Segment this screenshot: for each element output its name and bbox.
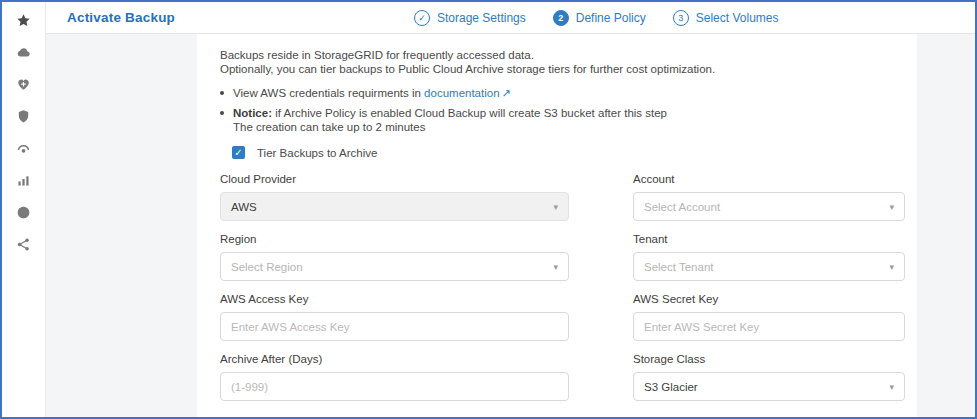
page-title: Activate Backup	[67, 10, 175, 25]
cloud-provider-label: Cloud Provider	[220, 173, 569, 185]
cloud-provider-field: Cloud Provider AWS ▾	[220, 173, 569, 221]
chevron-down-icon: ▾	[889, 382, 894, 392]
step-label: Define Policy	[576, 11, 646, 25]
chevron-down-icon: ▾	[553, 262, 558, 272]
region-placeholder: Select Region	[231, 261, 303, 273]
step-define-policy[interactable]: 2 Define Policy	[553, 10, 646, 26]
step-number-badge: 2	[553, 10, 569, 26]
sidebar-nav	[2, 2, 46, 417]
credentials-text: View AWS credentials requirments in	[233, 87, 424, 99]
bar-chart-icon[interactable]	[15, 172, 32, 189]
globe-icon[interactable]	[15, 204, 32, 221]
star-icon[interactable]	[15, 12, 32, 29]
region-select[interactable]: Select Region ▾	[220, 252, 569, 281]
chevron-down-icon: ▾	[553, 202, 558, 212]
step-label: Storage Settings	[437, 11, 526, 25]
cloud-icon[interactable]	[15, 44, 32, 61]
archive-after-label: Archive After (Days)	[220, 353, 569, 365]
app-window: Activate Backup ✓ Storage Settings 2 Def…	[0, 0, 977, 419]
aws-access-key-label: AWS Access Key	[220, 293, 569, 305]
tier-backups-checkbox-row[interactable]: ✓ Tier Backups to Archive	[232, 146, 917, 159]
cloud-provider-value: AWS	[231, 201, 257, 213]
region-field: Region Select Region ▾	[220, 233, 569, 281]
policy-card: Backups reside in StorageGRID for freque…	[197, 34, 917, 417]
aws-secret-key-label: AWS Secret Key	[633, 293, 905, 305]
intro-text: Backups reside in StorageGRID for freque…	[220, 48, 917, 76]
aws-secret-key-input[interactable]	[633, 312, 905, 341]
chevron-down-icon: ▾	[889, 262, 894, 272]
storage-class-label: Storage Class	[633, 353, 905, 365]
notice-text: if Archive Policy is enabled Cloud Backu…	[272, 107, 667, 119]
external-link-icon: ↗	[502, 87, 511, 99]
intro-line-2: Optionally, you can tier backups to Publ…	[220, 63, 715, 75]
archive-after-input[interactable]	[220, 372, 569, 401]
aws-access-key-input[interactable]	[220, 312, 569, 341]
storage-class-select[interactable]: S3 Glacier ▾	[633, 372, 905, 401]
documentation-link[interactable]: documentation	[424, 87, 499, 99]
share-icon[interactable]	[15, 236, 32, 253]
account-select[interactable]: Select Account ▾	[633, 192, 905, 221]
storage-class-field: Storage Class S3 Glacier ▾	[633, 353, 905, 401]
notice-label: Notice:	[233, 107, 272, 119]
heart-plus-icon[interactable]	[15, 76, 32, 93]
step-label: Select Volumes	[696, 11, 779, 25]
account-field: Account Select Account ▾	[633, 173, 905, 221]
tenant-label: Tenant	[633, 233, 905, 245]
credentials-bullet: View AWS credentials requirments in docu…	[220, 86, 917, 100]
content-area: Backups reside in StorageGRID for freque…	[46, 34, 975, 417]
tier-backups-checkbox-label: Tier Backups to Archive	[257, 147, 377, 159]
account-label: Account	[633, 173, 905, 185]
archive-after-field: Archive After (Days)	[220, 353, 569, 401]
wizard-stepper: ✓ Storage Settings 2 Define Policy 3 Sel…	[414, 2, 778, 33]
step-check-icon: ✓	[414, 10, 430, 26]
intro-line-1: Backups reside in StorageGRID for freque…	[220, 49, 534, 61]
chevron-down-icon: ▾	[889, 202, 894, 212]
shield-icon[interactable]	[15, 108, 32, 125]
step-select-volumes[interactable]: 3 Select Volumes	[673, 10, 779, 26]
notice-subtext: The creation can take up to 2 minutes	[233, 121, 425, 133]
step-number-badge: 3	[673, 10, 689, 26]
cloud-provider-select[interactable]: AWS ▾	[220, 192, 569, 221]
checked-checkbox-icon[interactable]: ✓	[232, 146, 245, 159]
account-placeholder: Select Account	[644, 201, 720, 213]
header-bar: Activate Backup ✓ Storage Settings 2 Def…	[46, 2, 975, 34]
aws-access-key-field: AWS Access Key	[220, 293, 569, 341]
tenant-field: Tenant Select Tenant ▾	[633, 233, 905, 281]
notice-bullet: Notice: if Archive Policy is enabled Clo…	[220, 106, 917, 134]
backup-dome-icon[interactable]	[15, 140, 32, 157]
storage-class-value: S3 Glacier	[644, 381, 698, 393]
aws-secret-key-field: AWS Secret Key	[633, 293, 905, 341]
step-storage-settings[interactable]: ✓ Storage Settings	[414, 10, 526, 26]
tenant-select[interactable]: Select Tenant ▾	[633, 252, 905, 281]
tenant-placeholder: Select Tenant	[644, 261, 713, 273]
region-label: Region	[220, 233, 569, 245]
info-bullets: View AWS credentials requirments in docu…	[220, 86, 917, 134]
policy-form: Cloud Provider AWS ▾ Account Select Acco…	[220, 173, 917, 401]
